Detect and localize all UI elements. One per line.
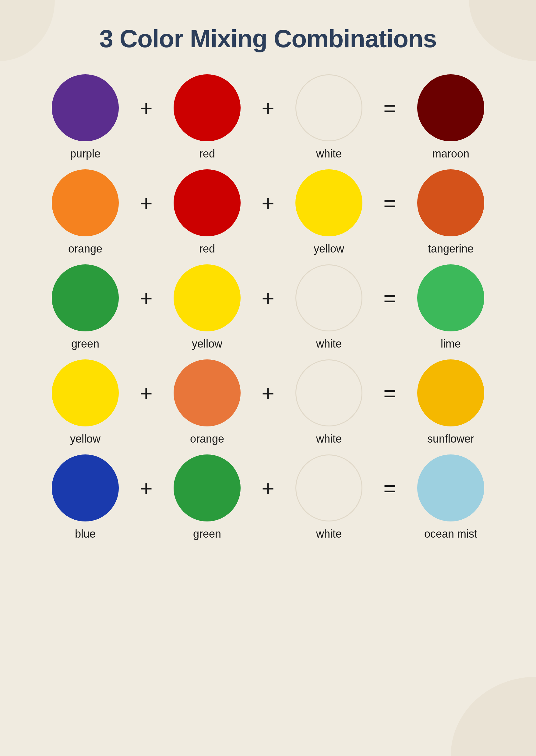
color-circle-0-1 [174, 74, 241, 141]
color-label-2-1: yellow [192, 337, 222, 350]
operator-plus: + [128, 96, 164, 139]
color-circle-2-2 [295, 264, 362, 331]
combinations-list: purple+red+white=maroonorange+red+yellow… [30, 74, 506, 540]
color-label-1-0: orange [68, 242, 102, 255]
color-item-1-2: yellow [286, 169, 372, 255]
color-label-4-2: white [316, 528, 342, 540]
color-item-0-0: purple [43, 74, 128, 160]
color-label-1-3: tangerine [428, 242, 474, 255]
operator-plus: + [250, 96, 286, 139]
operator-plus: + [250, 381, 286, 424]
color-label-2-0: green [71, 337, 99, 350]
color-label-3-0: yellow [70, 432, 100, 445]
color-circle-3-3 [417, 360, 484, 427]
color-label-0-3: maroon [432, 148, 469, 160]
operator-equals: = [372, 476, 408, 519]
page-title: 3 Color Mixing Combinations [30, 24, 506, 53]
color-label-1-1: red [199, 242, 215, 255]
color-circle-0-3 [417, 74, 484, 141]
color-item-2-0: green [43, 264, 128, 350]
page: 3 Color Mixing Combinations purple+red+w… [0, 0, 536, 756]
operator-equals: = [372, 96, 408, 139]
combination-row-4: blue+green+white=ocean mist [40, 455, 496, 540]
color-label-4-0: blue [75, 528, 96, 540]
color-circle-4-2 [295, 455, 362, 522]
color-circle-4-1 [174, 455, 241, 522]
color-item-4-2: white [286, 455, 372, 540]
blob-bottom-right [451, 677, 536, 756]
color-circle-2-1 [174, 264, 241, 331]
color-circle-3-0 [52, 360, 119, 427]
color-item-1-3: tangerine [408, 169, 493, 255]
operator-plus: + [128, 286, 164, 329]
color-item-3-1: orange [164, 360, 250, 445]
operator-equals: = [372, 381, 408, 424]
color-label-2-3: lime [441, 337, 461, 350]
color-circle-2-0 [52, 264, 119, 331]
color-item-4-3: ocean mist [408, 455, 493, 540]
combination-row-3: yellow+orange+white=sunflower [40, 360, 496, 445]
color-circle-1-0 [52, 169, 119, 236]
color-label-3-3: sunflower [427, 432, 474, 445]
color-circle-0-2 [295, 74, 362, 141]
color-item-3-3: sunflower [408, 360, 493, 445]
color-circle-3-1 [174, 360, 241, 427]
color-item-2-3: lime [408, 264, 493, 350]
operator-plus: + [250, 476, 286, 519]
color-circle-3-2 [295, 360, 362, 427]
combination-row-1: orange+red+yellow=tangerine [40, 169, 496, 255]
color-item-2-2: white [286, 264, 372, 350]
color-circle-1-3 [417, 169, 484, 236]
color-item-3-0: yellow [43, 360, 128, 445]
color-item-1-0: orange [43, 169, 128, 255]
operator-plus: + [250, 286, 286, 329]
color-label-0-2: white [316, 148, 342, 160]
operator-plus: + [128, 381, 164, 424]
color-circle-2-3 [417, 264, 484, 331]
color-item-1-1: red [164, 169, 250, 255]
color-label-1-2: yellow [314, 242, 344, 255]
color-circle-1-2 [295, 169, 362, 236]
color-circle-1-1 [174, 169, 241, 236]
operator-equals: = [372, 286, 408, 329]
color-item-0-2: white [286, 74, 372, 160]
operator-plus: + [250, 191, 286, 234]
color-item-0-1: red [164, 74, 250, 160]
operator-plus: + [128, 191, 164, 234]
color-label-3-2: white [316, 432, 342, 445]
color-item-0-3: maroon [408, 74, 493, 160]
color-circle-4-3 [417, 455, 484, 522]
color-label-0-0: purple [70, 148, 100, 160]
color-circle-4-0 [52, 455, 119, 522]
color-label-2-2: white [316, 337, 342, 350]
combination-row-0: purple+red+white=maroon [40, 74, 496, 160]
color-label-4-1: green [193, 528, 221, 540]
color-label-0-1: red [199, 148, 215, 160]
color-item-4-1: green [164, 455, 250, 540]
color-item-3-2: white [286, 360, 372, 445]
color-item-4-0: blue [43, 455, 128, 540]
operator-equals: = [372, 191, 408, 234]
color-label-3-1: orange [190, 432, 224, 445]
color-circle-0-0 [52, 74, 119, 141]
color-label-4-3: ocean mist [424, 528, 477, 540]
color-item-2-1: yellow [164, 264, 250, 350]
operator-plus: + [128, 476, 164, 519]
combination-row-2: green+yellow+white=lime [40, 264, 496, 350]
